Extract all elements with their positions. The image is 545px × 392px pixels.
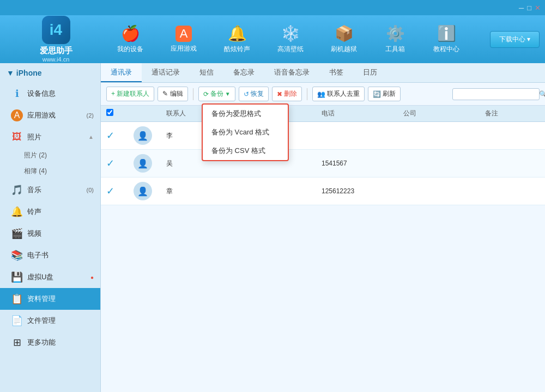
backup-csv-option[interactable]: 备份为 CSV 格式	[203, 142, 288, 160]
backup-button[interactable]: ⟳ 备份 ▼	[198, 87, 235, 101]
nav-tabs: 🍎 我的设备 A 应用游戏 🔔 酷炫铃声 ❄️ 高清壁纸 📦 刷机越狱 ⚙️ 工…	[106, 20, 490, 58]
arrow-down-icon: ▼	[7, 69, 14, 77]
tab-voice-notes[interactable]: 语音备忘录	[264, 63, 319, 82]
col-note: 备注	[480, 109, 545, 118]
col-avatar	[128, 109, 161, 118]
apps-icon: A	[175, 26, 192, 42]
close-icon[interactable]: ✕	[535, 4, 541, 12]
ringtone-icon: 🔔	[11, 206, 23, 218]
remove-duplicate-button[interactable]: 👥 联系人去重	[312, 87, 365, 101]
nav-tab-apps-games[interactable]: A 应用游戏	[160, 21, 208, 58]
row-check-2[interactable]: ✓	[101, 185, 128, 197]
sidebar-label-ebooks: 电子书	[27, 250, 94, 260]
refresh-button[interactable]: 🔄 刷新	[368, 87, 401, 101]
nav-tab-wallpapers[interactable]: ❄️ 高清壁纸	[267, 20, 314, 58]
table-body: ✓ 👤 李 ✓ 👤 吴 1541567 ✓ 👤 章 125612223	[101, 122, 545, 392]
toolbar-divider-2	[307, 88, 307, 100]
edit-button[interactable]: ✎ 编辑	[158, 87, 187, 101]
app-name: 爱思助手	[40, 46, 72, 56]
nav-label-wallpapers: 高清壁纸	[277, 45, 304, 54]
search-box: 🔍	[452, 88, 540, 100]
window-topbar: ─ □ ✕	[0, 0, 545, 15]
sidebar-item-photos[interactable]: 🖼 照片 ▲	[0, 126, 100, 148]
sidebar-subitem-albums[interactable]: 相簿 (4)	[0, 163, 100, 179]
nav-tab-jailbreak[interactable]: 📦 刷机越狱	[320, 20, 368, 58]
nav-label-apps: 应用游戏	[171, 44, 197, 53]
vdisk-badge: ●	[90, 274, 94, 280]
row-check-1[interactable]: ✓	[101, 157, 128, 169]
download-center-button[interactable]: 下载中心 ▾	[490, 31, 540, 48]
tab-notes[interactable]: 备忘录	[223, 63, 264, 82]
row-check-0[interactable]: ✓	[101, 130, 128, 142]
sidebar-label-file-mgmt: 文件管理	[27, 316, 94, 326]
sidebar-collapse-icon: ▲	[88, 134, 94, 140]
data-mgmt-icon: 📋	[11, 293, 23, 305]
sidebar-item-video[interactable]: 🎬 视频	[0, 223, 100, 244]
sidebar-label-more: 更多功能	[27, 338, 94, 347]
sidebar-item-device-info[interactable]: ℹ 设备信息	[0, 83, 100, 105]
sidebar-item-file-mgmt[interactable]: 📄 文件管理	[0, 310, 100, 332]
tab-calendar[interactable]: 日历	[353, 63, 387, 82]
col-check	[101, 109, 128, 118]
header-right: 下载中心 ▾	[490, 31, 540, 48]
avatar-0: 👤	[134, 126, 152, 145]
tab-sms[interactable]: 短信	[190, 63, 223, 82]
sidebar-item-more[interactable]: ⊞ 更多功能	[0, 332, 100, 353]
snowflake-icon: ❄️	[281, 24, 300, 42]
search-input[interactable]	[457, 90, 539, 98]
sidebar-label-vdisk: 虚拟U盘	[27, 272, 86, 282]
row-avatar-1: 👤	[128, 154, 161, 173]
select-all-checkbox[interactable]	[106, 109, 113, 116]
secondary-tabs: 通讯录 通话记录 短信 备忘录 语音备忘录 书签 日历	[101, 63, 545, 83]
gear-icon: ⚙️	[386, 24, 405, 42]
delete-button[interactable]: ✖ 删除	[272, 87, 302, 101]
refresh-icon: 🔄	[373, 90, 381, 98]
sidebar-footer: 频繁出现操作失败?	[0, 387, 100, 392]
sidebar-subitem-photos[interactable]: 照片 (2)	[0, 148, 100, 163]
row-avatar-2: 👤	[128, 182, 161, 200]
backup-vcard-option[interactable]: 备份为 Vcard 格式	[203, 123, 288, 142]
minimize-icon[interactable]: ─	[519, 4, 524, 12]
toolbar: + 新建联系人 ✎ 编辑 ⟳ 备份 ▼ ↺ 恢复 ✖ 删除 👥 联系人去重	[101, 83, 545, 106]
backup-dropdown-arrow: ▼	[225, 91, 231, 97]
box-icon: 📦	[335, 24, 354, 42]
new-contact-button[interactable]: + 新建联系人	[106, 87, 154, 101]
row-name-2: 章	[161, 187, 316, 196]
app-url: www.i4.cn	[43, 56, 70, 63]
tab-contacts[interactable]: 通讯录	[101, 63, 142, 82]
nav-label-jailbreak: 刷机越狱	[331, 45, 357, 54]
table-header: 联系人 电话 公司 备注	[101, 106, 545, 122]
col-phone: 电话	[316, 109, 398, 118]
avatar-2: 👤	[134, 182, 152, 200]
sidebar-item-vdisk[interactable]: 💾 虚拟U盘 ●	[0, 266, 100, 288]
nav-tab-my-device[interactable]: 🍎 我的设备	[106, 20, 154, 58]
sidebar-count-music: (0)	[87, 187, 94, 193]
table-row[interactable]: ✓ 👤 章 125612223	[101, 177, 545, 205]
sidebar-device-label[interactable]: ▼ iPhone	[0, 63, 100, 83]
logo-area: i4 爱思助手 www.i4.cn	[5, 16, 106, 63]
sidebar-item-ebooks[interactable]: 📚 电子书	[0, 244, 100, 266]
nav-tab-tutorials[interactable]: ℹ️ 教程中心	[422, 20, 470, 58]
sidebar-label-video: 视频	[27, 229, 94, 238]
maximize-icon[interactable]: □	[527, 4, 531, 12]
tab-call-log[interactable]: 通话记录	[142, 63, 190, 82]
music-icon: 🎵	[11, 184, 23, 196]
sidebar-label-data-mgmt: 资料管理	[27, 294, 94, 304]
restore-button[interactable]: ↺ 恢复	[239, 87, 269, 101]
col-company: 公司	[398, 109, 480, 118]
nav-tab-ringtones[interactable]: 🔔 酷炫铃声	[213, 20, 261, 58]
nav-tab-toolbox[interactable]: ⚙️ 工具箱	[373, 20, 417, 58]
sidebar-item-apps[interactable]: A 应用游戏 (2)	[0, 105, 100, 126]
vdisk-icon: 💾	[11, 271, 23, 283]
table-row[interactable]: ✓ 👤 吴 1541567	[101, 150, 545, 177]
backup-aisi-option[interactable]: 备份为爱思格式	[203, 105, 288, 123]
nav-label-my-device: 我的设备	[117, 45, 143, 54]
sidebar-item-ringtones[interactable]: 🔔 铃声	[0, 201, 100, 223]
sidebar-item-music[interactable]: 🎵 音乐 (0)	[0, 179, 100, 201]
tab-bookmarks[interactable]: 书签	[319, 63, 353, 82]
table-row[interactable]: ✓ 👤 李	[101, 122, 545, 150]
contacts-icon: 👥	[317, 90, 325, 98]
sidebar-item-data-mgmt[interactable]: 📋 资料管理	[0, 288, 100, 310]
apps-circle-icon: A	[11, 109, 23, 121]
photo-icon: 🖼	[11, 131, 23, 143]
